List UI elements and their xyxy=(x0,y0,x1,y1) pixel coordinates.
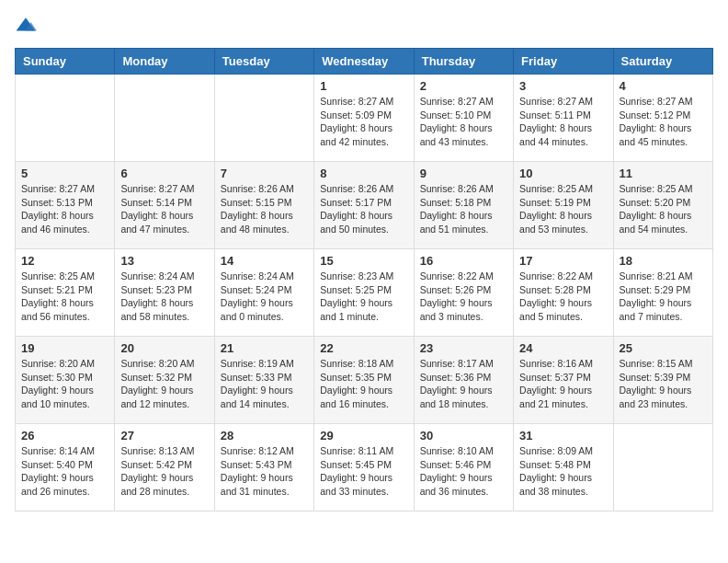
calendar-cell: 26Sunrise: 8:14 AM Sunset: 5:40 PM Dayli… xyxy=(16,424,115,511)
calendar-cell: 21Sunrise: 8:19 AM Sunset: 5:33 PM Dayli… xyxy=(214,337,313,424)
day-number: 18 xyxy=(620,254,707,268)
day-number: 16 xyxy=(420,254,507,268)
day-info: Sunrise: 8:22 AM Sunset: 5:26 PM Dayligh… xyxy=(420,270,507,324)
day-number: 26 xyxy=(21,429,108,442)
day-info: Sunrise: 8:22 AM Sunset: 5:28 PM Dayligh… xyxy=(519,270,607,324)
weekday-header-friday: Friday xyxy=(514,49,613,75)
day-info: Sunrise: 8:27 AM Sunset: 5:12 PM Dayligh… xyxy=(620,95,707,149)
day-number: 4 xyxy=(620,79,707,93)
calendar-week-5: 26Sunrise: 8:14 AM Sunset: 5:40 PM Dayli… xyxy=(16,424,713,511)
calendar-cell: 31Sunrise: 8:09 AM Sunset: 5:48 PM Dayli… xyxy=(514,424,613,511)
weekday-header-wednesday: Wednesday xyxy=(314,49,414,75)
day-number: 14 xyxy=(221,254,308,268)
calendar-cell: 18Sunrise: 8:21 AM Sunset: 5:29 PM Dayli… xyxy=(613,249,712,337)
day-number: 11 xyxy=(620,167,707,180)
day-info: Sunrise: 8:14 AM Sunset: 5:40 PM Dayligh… xyxy=(21,444,108,499)
day-number: 19 xyxy=(21,341,108,355)
calendar-cell: 15Sunrise: 8:23 AM Sunset: 5:25 PM Dayli… xyxy=(314,249,414,337)
weekday-header-monday: Monday xyxy=(115,49,214,75)
day-number: 1 xyxy=(320,79,407,93)
day-info: Sunrise: 8:13 AM Sunset: 5:42 PM Dayligh… xyxy=(120,444,208,499)
calendar-cell: 19Sunrise: 8:20 AM Sunset: 5:30 PM Dayli… xyxy=(16,337,115,424)
weekday-header-tuesday: Tuesday xyxy=(214,49,313,75)
calendar-cell xyxy=(214,75,313,162)
calendar-cell: 12Sunrise: 8:25 AM Sunset: 5:21 PM Dayli… xyxy=(16,249,115,337)
day-number: 8 xyxy=(320,167,407,180)
day-info: Sunrise: 8:26 AM Sunset: 5:15 PM Dayligh… xyxy=(221,182,308,236)
day-info: Sunrise: 8:15 AM Sunset: 5:39 PM Dayligh… xyxy=(620,357,707,411)
day-number: 13 xyxy=(120,254,208,268)
day-info: Sunrise: 8:25 AM Sunset: 5:20 PM Dayligh… xyxy=(620,182,707,236)
weekday-header-thursday: Thursday xyxy=(414,49,513,75)
calendar-week-2: 5Sunrise: 8:27 AM Sunset: 5:13 PM Daylig… xyxy=(16,162,713,249)
calendar-cell: 29Sunrise: 8:11 AM Sunset: 5:45 PM Dayli… xyxy=(314,424,414,511)
day-number: 9 xyxy=(420,167,507,180)
calendar-cell: 16Sunrise: 8:22 AM Sunset: 5:26 PM Dayli… xyxy=(414,249,513,337)
logo-icon xyxy=(15,15,37,37)
calendar-cell: 17Sunrise: 8:22 AM Sunset: 5:28 PM Dayli… xyxy=(514,249,613,337)
day-number: 22 xyxy=(320,341,407,355)
calendar-week-4: 19Sunrise: 8:20 AM Sunset: 5:30 PM Dayli… xyxy=(16,337,713,424)
calendar-cell: 9Sunrise: 8:26 AM Sunset: 5:18 PM Daylig… xyxy=(414,162,513,249)
day-number: 28 xyxy=(221,429,308,442)
day-info: Sunrise: 8:27 AM Sunset: 5:14 PM Dayligh… xyxy=(120,182,208,236)
day-number: 23 xyxy=(420,341,507,355)
weekday-header-sunday: Sunday xyxy=(16,49,115,75)
day-info: Sunrise: 8:25 AM Sunset: 5:21 PM Dayligh… xyxy=(21,270,108,324)
calendar-cell: 4Sunrise: 8:27 AM Sunset: 5:12 PM Daylig… xyxy=(613,75,712,162)
calendar-cell: 8Sunrise: 8:26 AM Sunset: 5:17 PM Daylig… xyxy=(314,162,414,249)
day-number: 5 xyxy=(21,167,108,180)
calendar-cell: 3Sunrise: 8:27 AM Sunset: 5:11 PM Daylig… xyxy=(514,75,613,162)
day-info: Sunrise: 8:20 AM Sunset: 5:32 PM Dayligh… xyxy=(120,357,208,411)
calendar-cell: 2Sunrise: 8:27 AM Sunset: 5:10 PM Daylig… xyxy=(414,75,513,162)
day-info: Sunrise: 8:27 AM Sunset: 5:10 PM Dayligh… xyxy=(420,95,507,149)
day-number: 25 xyxy=(620,341,707,355)
weekday-header-row: SundayMondayTuesdayWednesdayThursdayFrid… xyxy=(16,49,713,75)
calendar-cell: 5Sunrise: 8:27 AM Sunset: 5:13 PM Daylig… xyxy=(16,162,115,249)
day-info: Sunrise: 8:24 AM Sunset: 5:24 PM Dayligh… xyxy=(221,270,308,324)
day-info: Sunrise: 8:26 AM Sunset: 5:18 PM Dayligh… xyxy=(420,182,507,236)
calendar-week-3: 12Sunrise: 8:25 AM Sunset: 5:21 PM Dayli… xyxy=(16,249,713,337)
calendar-cell: 6Sunrise: 8:27 AM Sunset: 5:14 PM Daylig… xyxy=(115,162,214,249)
day-info: Sunrise: 8:23 AM Sunset: 5:25 PM Dayligh… xyxy=(320,270,407,324)
day-number: 3 xyxy=(519,79,607,93)
day-info: Sunrise: 8:11 AM Sunset: 5:45 PM Dayligh… xyxy=(320,444,407,499)
calendar-week-1: 1Sunrise: 8:27 AM Sunset: 5:09 PM Daylig… xyxy=(16,75,713,162)
day-info: Sunrise: 8:16 AM Sunset: 5:37 PM Dayligh… xyxy=(519,357,607,411)
calendar-cell: 10Sunrise: 8:25 AM Sunset: 5:19 PM Dayli… xyxy=(514,162,613,249)
day-number: 20 xyxy=(120,341,208,355)
day-number: 29 xyxy=(320,429,407,442)
day-info: Sunrise: 8:27 AM Sunset: 5:09 PM Dayligh… xyxy=(320,95,407,149)
day-info: Sunrise: 8:09 AM Sunset: 5:48 PM Dayligh… xyxy=(519,444,607,499)
page-header xyxy=(15,15,713,37)
day-info: Sunrise: 8:27 AM Sunset: 5:13 PM Dayligh… xyxy=(21,182,108,236)
calendar-cell: 7Sunrise: 8:26 AM Sunset: 5:15 PM Daylig… xyxy=(214,162,313,249)
day-info: Sunrise: 8:20 AM Sunset: 5:30 PM Dayligh… xyxy=(21,357,108,411)
day-info: Sunrise: 8:21 AM Sunset: 5:29 PM Dayligh… xyxy=(620,270,707,324)
day-number: 7 xyxy=(221,167,308,180)
calendar-cell: 27Sunrise: 8:13 AM Sunset: 5:42 PM Dayli… xyxy=(115,424,214,511)
day-info: Sunrise: 8:25 AM Sunset: 5:19 PM Dayligh… xyxy=(519,182,607,236)
calendar-cell: 28Sunrise: 8:12 AM Sunset: 5:43 PM Dayli… xyxy=(214,424,313,511)
calendar-cell: 23Sunrise: 8:17 AM Sunset: 5:36 PM Dayli… xyxy=(414,337,513,424)
calendar-cell: 13Sunrise: 8:24 AM Sunset: 5:23 PM Dayli… xyxy=(115,249,214,337)
day-number: 27 xyxy=(120,429,208,442)
weekday-header-saturday: Saturday xyxy=(613,49,712,75)
day-number: 2 xyxy=(420,79,507,93)
day-number: 17 xyxy=(519,254,607,268)
calendar-cell: 24Sunrise: 8:16 AM Sunset: 5:37 PM Dayli… xyxy=(514,337,613,424)
calendar-cell: 1Sunrise: 8:27 AM Sunset: 5:09 PM Daylig… xyxy=(314,75,414,162)
day-number: 15 xyxy=(320,254,407,268)
calendar-cell xyxy=(613,424,712,511)
day-number: 21 xyxy=(221,341,308,355)
day-number: 10 xyxy=(519,167,607,180)
logo xyxy=(15,15,40,37)
calendar-cell xyxy=(115,75,214,162)
day-number: 6 xyxy=(120,167,208,180)
calendar-cell: 30Sunrise: 8:10 AM Sunset: 5:46 PM Dayli… xyxy=(414,424,513,511)
day-info: Sunrise: 8:24 AM Sunset: 5:23 PM Dayligh… xyxy=(120,270,208,324)
day-number: 30 xyxy=(420,429,507,442)
calendar-cell: 11Sunrise: 8:25 AM Sunset: 5:20 PM Dayli… xyxy=(613,162,712,249)
calendar-cell: 22Sunrise: 8:18 AM Sunset: 5:35 PM Dayli… xyxy=(314,337,414,424)
day-info: Sunrise: 8:10 AM Sunset: 5:46 PM Dayligh… xyxy=(420,444,507,499)
